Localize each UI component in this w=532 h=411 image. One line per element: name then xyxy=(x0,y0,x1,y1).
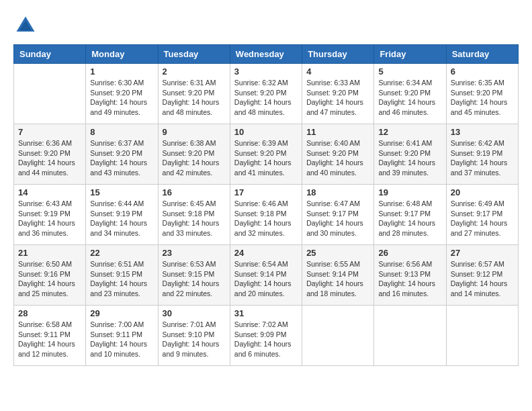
day-number: 10 xyxy=(234,127,298,137)
day-info: Sunrise: 6:40 AM Sunset: 9:20 PM Dayligh… xyxy=(306,138,369,178)
day-info: Sunrise: 6:53 AM Sunset: 9:15 PM Dayligh… xyxy=(163,259,226,299)
day-number: 18 xyxy=(306,187,369,197)
day-cell: 21Sunrise: 6:50 AM Sunset: 9:16 PM Dayli… xyxy=(14,245,86,306)
day-cell: 4Sunrise: 6:33 AM Sunset: 9:20 PM Daylig… xyxy=(302,64,374,124)
calendar-table: SundayMondayTuesdayWednesdayThursdayFrid… xyxy=(13,44,519,366)
header-cell-friday: Friday xyxy=(374,45,446,64)
day-cell: 8Sunrise: 6:37 AM Sunset: 9:20 PM Daylig… xyxy=(86,124,158,185)
header-cell-thursday: Thursday xyxy=(302,45,374,64)
day-info: Sunrise: 6:46 AM Sunset: 9:18 PM Dayligh… xyxy=(234,199,298,238)
day-info: Sunrise: 6:47 AM Sunset: 9:17 PM Dayligh… xyxy=(306,199,369,238)
logo xyxy=(13,13,40,38)
day-number: 9 xyxy=(163,127,226,137)
week-row-1: 7Sunrise: 6:36 AM Sunset: 9:20 PM Daylig… xyxy=(14,124,519,185)
day-cell: 19Sunrise: 6:48 AM Sunset: 9:17 PM Dayli… xyxy=(374,185,446,245)
day-cell: 17Sunrise: 6:46 AM Sunset: 9:18 PM Dayli… xyxy=(230,185,302,245)
day-info: Sunrise: 6:48 AM Sunset: 9:17 PM Dayligh… xyxy=(378,199,441,238)
day-cell xyxy=(302,306,374,366)
day-info: Sunrise: 6:41 AM Sunset: 9:20 PM Dayligh… xyxy=(378,138,441,178)
day-cell: 15Sunrise: 6:44 AM Sunset: 9:19 PM Dayli… xyxy=(86,185,158,245)
day-number: 23 xyxy=(163,248,226,258)
day-number: 31 xyxy=(234,308,298,318)
day-cell: 9Sunrise: 6:38 AM Sunset: 9:20 PM Daylig… xyxy=(158,124,230,185)
day-number: 28 xyxy=(18,308,81,318)
day-info: Sunrise: 6:33 AM Sunset: 9:20 PM Dayligh… xyxy=(306,78,369,118)
day-info: Sunrise: 6:42 AM Sunset: 9:19 PM Dayligh… xyxy=(451,138,514,178)
day-info: Sunrise: 6:30 AM Sunset: 9:20 PM Dayligh… xyxy=(90,78,153,118)
day-number: 12 xyxy=(378,127,441,137)
day-number: 2 xyxy=(163,66,226,77)
day-cell: 14Sunrise: 6:43 AM Sunset: 9:19 PM Dayli… xyxy=(14,185,86,245)
day-cell: 22Sunrise: 6:51 AM Sunset: 9:15 PM Dayli… xyxy=(86,245,158,306)
day-number: 1 xyxy=(90,66,153,77)
week-row-0: 1Sunrise: 6:30 AM Sunset: 9:20 PM Daylig… xyxy=(14,64,519,124)
calendar-header: SundayMondayTuesdayWednesdayThursdayFrid… xyxy=(14,45,519,64)
day-number: 17 xyxy=(234,187,298,197)
day-number: 7 xyxy=(18,127,81,137)
day-cell: 24Sunrise: 6:54 AM Sunset: 9:14 PM Dayli… xyxy=(230,245,302,306)
day-info: Sunrise: 6:31 AM Sunset: 9:20 PM Dayligh… xyxy=(163,78,226,118)
week-row-3: 21Sunrise: 6:50 AM Sunset: 9:16 PM Dayli… xyxy=(14,245,519,306)
day-info: Sunrise: 6:39 AM Sunset: 9:20 PM Dayligh… xyxy=(234,138,298,178)
day-number: 6 xyxy=(451,66,514,77)
header-row: SundayMondayTuesdayWednesdayThursdayFrid… xyxy=(14,45,519,64)
day-number: 5 xyxy=(378,66,441,77)
day-number: 27 xyxy=(451,248,514,258)
day-cell: 13Sunrise: 6:42 AM Sunset: 9:19 PM Dayli… xyxy=(446,124,518,185)
day-number: 25 xyxy=(306,248,369,258)
day-number: 4 xyxy=(306,66,369,77)
week-row-2: 14Sunrise: 6:43 AM Sunset: 9:19 PM Dayli… xyxy=(14,185,519,245)
day-info: Sunrise: 7:01 AM Sunset: 9:10 PM Dayligh… xyxy=(163,320,226,359)
day-info: Sunrise: 6:36 AM Sunset: 9:20 PM Dayligh… xyxy=(18,138,81,178)
day-cell: 11Sunrise: 6:40 AM Sunset: 9:20 PM Dayli… xyxy=(302,124,374,185)
day-cell: 10Sunrise: 6:39 AM Sunset: 9:20 PM Dayli… xyxy=(230,124,302,185)
day-number: 3 xyxy=(234,66,298,77)
day-number: 29 xyxy=(90,308,153,318)
day-cell: 3Sunrise: 6:32 AM Sunset: 9:20 PM Daylig… xyxy=(230,64,302,124)
day-number: 22 xyxy=(90,248,153,258)
week-row-4: 28Sunrise: 6:58 AM Sunset: 9:11 PM Dayli… xyxy=(14,306,519,366)
day-info: Sunrise: 6:58 AM Sunset: 9:11 PM Dayligh… xyxy=(18,320,81,359)
day-cell: 23Sunrise: 6:53 AM Sunset: 9:15 PM Dayli… xyxy=(158,245,230,306)
logo-icon xyxy=(13,13,38,38)
day-number: 8 xyxy=(90,127,153,137)
day-info: Sunrise: 6:45 AM Sunset: 9:18 PM Dayligh… xyxy=(163,199,226,238)
day-info: Sunrise: 6:38 AM Sunset: 9:20 PM Dayligh… xyxy=(163,138,226,178)
header-cell-saturday: Saturday xyxy=(446,45,518,64)
day-cell: 20Sunrise: 6:49 AM Sunset: 9:17 PM Dayli… xyxy=(446,185,518,245)
day-cell: 25Sunrise: 6:55 AM Sunset: 9:14 PM Dayli… xyxy=(302,245,374,306)
day-info: Sunrise: 6:50 AM Sunset: 9:16 PM Dayligh… xyxy=(18,259,81,299)
day-cell: 5Sunrise: 6:34 AM Sunset: 9:20 PM Daylig… xyxy=(374,64,446,124)
day-number: 20 xyxy=(451,187,514,197)
day-cell: 26Sunrise: 6:56 AM Sunset: 9:13 PM Dayli… xyxy=(374,245,446,306)
day-cell: 1Sunrise: 6:30 AM Sunset: 9:20 PM Daylig… xyxy=(86,64,158,124)
day-info: Sunrise: 6:44 AM Sunset: 9:19 PM Dayligh… xyxy=(90,199,153,238)
day-info: Sunrise: 6:55 AM Sunset: 9:14 PM Dayligh… xyxy=(306,259,369,299)
day-info: Sunrise: 6:34 AM Sunset: 9:20 PM Dayligh… xyxy=(378,78,441,118)
header xyxy=(13,13,519,38)
day-info: Sunrise: 6:56 AM Sunset: 9:13 PM Dayligh… xyxy=(378,259,441,299)
day-info: Sunrise: 6:32 AM Sunset: 9:20 PM Dayligh… xyxy=(234,78,298,118)
day-number: 16 xyxy=(163,187,226,197)
day-number: 11 xyxy=(306,127,369,137)
day-info: Sunrise: 7:00 AM Sunset: 9:11 PM Dayligh… xyxy=(90,320,153,359)
day-number: 14 xyxy=(18,187,81,197)
day-info: Sunrise: 6:37 AM Sunset: 9:20 PM Dayligh… xyxy=(90,138,153,178)
day-cell: 28Sunrise: 6:58 AM Sunset: 9:11 PM Dayli… xyxy=(14,306,86,366)
day-info: Sunrise: 6:57 AM Sunset: 9:12 PM Dayligh… xyxy=(451,259,514,299)
day-number: 19 xyxy=(378,187,441,197)
day-number: 30 xyxy=(163,308,226,318)
day-cell xyxy=(374,306,446,366)
day-number: 21 xyxy=(18,248,81,258)
day-number: 24 xyxy=(234,248,298,258)
day-info: Sunrise: 6:43 AM Sunset: 9:19 PM Dayligh… xyxy=(18,199,81,238)
day-cell: 16Sunrise: 6:45 AM Sunset: 9:18 PM Dayli… xyxy=(158,185,230,245)
day-cell: 6Sunrise: 6:35 AM Sunset: 9:20 PM Daylig… xyxy=(446,64,518,124)
day-cell xyxy=(446,306,518,366)
day-cell: 12Sunrise: 6:41 AM Sunset: 9:20 PM Dayli… xyxy=(374,124,446,185)
day-number: 26 xyxy=(378,248,441,258)
day-info: Sunrise: 6:54 AM Sunset: 9:14 PM Dayligh… xyxy=(234,259,298,299)
day-cell: 31Sunrise: 7:02 AM Sunset: 9:09 PM Dayli… xyxy=(230,306,302,366)
day-info: Sunrise: 7:02 AM Sunset: 9:09 PM Dayligh… xyxy=(234,320,298,359)
day-cell: 18Sunrise: 6:47 AM Sunset: 9:17 PM Dayli… xyxy=(302,185,374,245)
